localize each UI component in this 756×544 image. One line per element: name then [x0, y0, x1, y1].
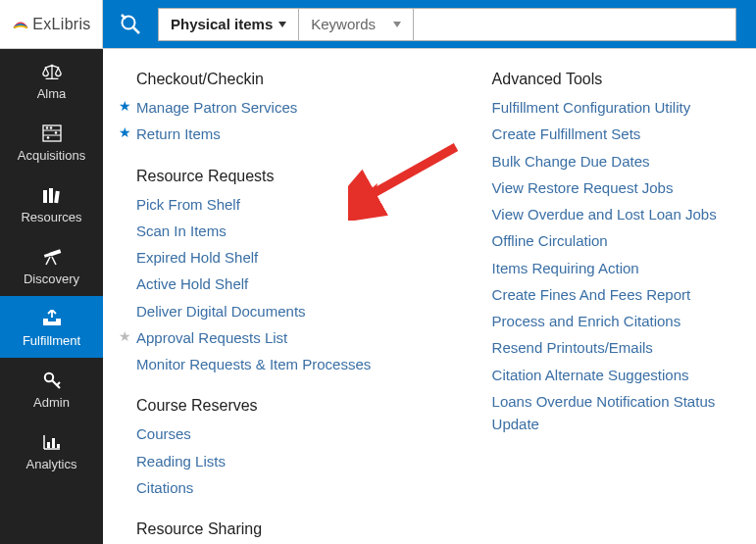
section-courses: Course Reserves	[136, 397, 424, 415]
nav-item-admin[interactable]: Admin	[0, 358, 103, 420]
svg-point-6	[45, 126, 48, 129]
tools-links: Fulfillment Configuration Utility Create…	[492, 94, 732, 437]
star-filled-icon[interactable]: ★	[117, 96, 132, 118]
top-bar: ExLibris Physical items Keywords	[0, 0, 756, 49]
list-item: Citation Alternate Suggestions	[492, 362, 732, 388]
link-pick-from-shelf[interactable]: Pick From Shelf	[136, 193, 240, 216]
link-reading-lists[interactable]: Reading Lists	[136, 450, 226, 472]
abacus-icon	[4, 123, 99, 144]
svg-point-9	[46, 136, 49, 139]
search-scope-select[interactable]: Physical items	[158, 8, 298, 41]
list-item: Scan In Items	[136, 218, 424, 244]
search-type-select[interactable]: Keywords	[298, 8, 413, 41]
list-item: Reading Lists	[136, 448, 424, 474]
menu-column-right: Advanced Tools Fulfillment Configuration…	[492, 69, 732, 544]
svg-line-15	[46, 257, 50, 265]
link-offline-circulation[interactable]: Offline Circulation	[492, 229, 608, 252]
svg-rect-22	[47, 442, 50, 448]
nav-item-resources[interactable]: Resources	[0, 173, 103, 234]
svg-rect-24	[57, 444, 60, 448]
link-manage-patron-services[interactable]: Manage Patron Services	[136, 96, 297, 119]
list-item: ★Return Items	[136, 121, 424, 147]
search-toolbar: Physical items Keywords	[103, 0, 756, 48]
list-item: Loans Overdue Notification Status Update	[492, 388, 732, 438]
section-tools: Advanced Tools	[492, 71, 732, 88]
link-active-hold-shelf[interactable]: Active Hold Shelf	[136, 272, 248, 295]
svg-line-16	[52, 257, 56, 265]
link-monitor-requests[interactable]: Monitor Requests & Item Processes	[136, 353, 371, 375]
search-query-input[interactable]	[413, 8, 736, 41]
link-citation-alternate-suggestions[interactable]: Citation Alternate Suggestions	[492, 364, 689, 386]
nav-label: Fulfillment	[4, 333, 99, 348]
link-resend-printouts-emails[interactable]: Resend Printouts/Emails	[492, 336, 653, 359]
nav-item-fulfillment[interactable]: Fulfillment	[0, 296, 103, 358]
svg-point-7	[49, 126, 52, 129]
star-hollow-icon[interactable]: ★	[117, 326, 132, 348]
link-loans-overdue-notification[interactable]: Loans Overdue Notification Status Update	[492, 390, 732, 436]
list-item: Items Requiring Action	[492, 255, 732, 281]
svg-rect-13	[49, 249, 61, 256]
star-filled-icon[interactable]: ★	[117, 123, 132, 144]
svg-rect-11	[49, 188, 53, 203]
svg-rect-23	[52, 438, 55, 448]
nav-item-discovery[interactable]: Discovery	[0, 234, 103, 296]
nav-item-acquisitions[interactable]: Acquisitions	[0, 111, 103, 173]
nav-item-alma[interactable]: Alma	[0, 49, 103, 111]
list-item: Monitor Requests & Item Processes	[136, 351, 424, 377]
svg-line-19	[57, 382, 60, 385]
link-view-overdue-lost-loan-jobs[interactable]: View Overdue and Lost Loan Jobs	[492, 203, 717, 225]
list-item: ★Manage Patron Services	[136, 94, 424, 121]
main-area: Alma Acquisitions Resources Discovery Fu…	[0, 49, 756, 544]
nav-item-analytics[interactable]: Analytics	[0, 420, 103, 481]
list-item: View Restore Request Jobs	[492, 174, 732, 201]
logo-area: ExLibris	[0, 0, 103, 48]
link-items-requiring-action[interactable]: Items Requiring Action	[492, 257, 639, 279]
link-citations[interactable]: Citations	[136, 476, 193, 499]
list-item: Offline Circulation	[492, 227, 732, 254]
list-item: Active Hold Shelf	[136, 271, 424, 297]
link-create-fines-fees-report[interactable]: Create Fines And Fees Report	[492, 283, 691, 306]
outbox-icon	[4, 308, 99, 329]
search-scope-label: Physical items	[171, 16, 273, 32]
list-item: Create Fulfillment Sets	[492, 121, 732, 147]
search-icon	[119, 13, 142, 36]
list-item: Fulfillment Configuration Utility	[492, 94, 732, 121]
nav-label: Discovery	[4, 272, 99, 286]
link-return-items[interactable]: Return Items	[136, 123, 221, 145]
telescope-icon	[4, 246, 99, 268]
link-process-enrich-citations[interactable]: Process and Enrich Citations	[492, 310, 681, 332]
link-view-restore-request-jobs[interactable]: View Restore Request Jobs	[492, 176, 674, 199]
search-type-label: Keywords	[311, 16, 376, 32]
link-expired-hold-shelf[interactable]: Expired Hold Shelf	[136, 246, 258, 269]
persistent-search-button[interactable]	[113, 7, 148, 42]
key-icon	[4, 370, 99, 391]
link-approval-requests-list[interactable]: Approval Requests List	[136, 326, 287, 349]
svg-rect-14	[43, 253, 51, 258]
list-item: Create Fines And Fees Report	[492, 281, 732, 308]
list-item: Process and Enrich Citations	[492, 308, 732, 334]
section-sharing: Resource Sharing	[136, 520, 424, 538]
link-courses[interactable]: Courses	[136, 422, 191, 445]
caret-down-icon	[278, 22, 286, 27]
list-item: View Overdue and Lost Loan Jobs	[492, 201, 732, 227]
scale-icon	[4, 61, 99, 82]
list-item: Pick From Shelf	[136, 191, 424, 218]
list-item: Bulk Change Due Dates	[492, 148, 732, 174]
svg-point-17	[44, 373, 52, 381]
nav-label: Analytics	[4, 457, 99, 471]
svg-rect-10	[43, 190, 47, 203]
books-icon	[4, 184, 99, 206]
list-item: Expired Hold Shelf	[136, 244, 424, 271]
link-fulfillment-config[interactable]: Fulfillment Configuration Utility	[492, 96, 691, 119]
courses-links: Courses Reading Lists Citations	[136, 420, 424, 501]
link-bulk-change-due-dates[interactable]: Bulk Change Due Dates	[492, 150, 650, 173]
exlibris-icon	[11, 15, 30, 34]
link-deliver-digital-documents[interactable]: Deliver Digital Documents	[136, 300, 306, 322]
chart-icon	[4, 431, 99, 453]
link-create-fulfillment-sets[interactable]: Create Fulfillment Sets	[492, 123, 641, 145]
nav-label: Resources	[4, 210, 99, 224]
section-requests: Resource Requests	[136, 168, 424, 185]
link-scan-in-items[interactable]: Scan In Items	[136, 220, 227, 242]
brand-logo[interactable]: ExLibris	[11, 15, 90, 34]
list-item: Resend Printouts/Emails	[492, 334, 732, 361]
